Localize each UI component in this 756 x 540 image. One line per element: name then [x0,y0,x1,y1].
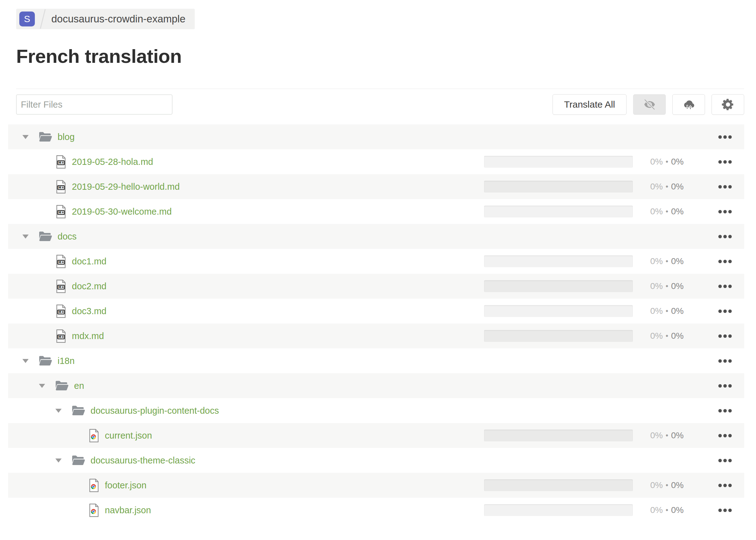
file-name-link[interactable]: current.json [105,431,152,441]
folder-name-link[interactable]: docs [58,231,76,242]
stats-separator: • [666,506,668,514]
file-name-link[interactable]: navbar.json [105,505,151,515]
tree-row-folder[interactable]: docusaurus-theme-classic [8,448,744,473]
ellipsis-icon [718,434,722,437]
folder-name-link[interactable]: docusaurus-plugin-content-docs [90,406,219,416]
caret-down-icon[interactable] [55,459,71,463]
hide-completed-button[interactable] [633,94,666,115]
settings-button[interactable] [711,94,744,115]
ellipsis-icon [723,459,727,462]
row-menu-button[interactable] [717,448,733,473]
ellipsis-icon [723,310,727,313]
tree-row-file[interactable]: M mdx.md 0% • 0% [8,324,744,348]
tree-row-file[interactable]: footer.json 0% • 0% [8,473,744,498]
tree-row-file[interactable]: M doc3.md 0% • 0% [8,299,744,324]
tree-row-file[interactable]: M 2019-05-30-welcome.md 0% • 0% [8,199,744,224]
caret-down-icon[interactable] [55,409,71,413]
tree-row-file[interactable]: navbar.json 0% • 0% [8,498,744,523]
caret-down-icon[interactable] [22,135,38,139]
breadcrumb-project-name[interactable]: docusaurus-crowdin-example [51,13,185,25]
breadcrumb[interactable]: S docusaurus-crowdin-example [16,9,195,29]
row-menu-button[interactable] [717,373,733,398]
ellipsis-icon [728,310,732,313]
row-menu-button[interactable] [717,324,733,348]
folder-icon [71,455,85,466]
file-name-link[interactable]: 2019-05-28-hola.md [72,157,153,167]
row-menu-button[interactable] [717,249,733,274]
file-name-link[interactable]: 2019-05-30-welcome.md [72,206,172,217]
filter-files-input[interactable] [16,94,172,114]
ellipsis-icon [728,135,732,139]
row-menu-button[interactable] [717,149,733,174]
breadcrumb-separator-slash [40,9,46,29]
file-name-link[interactable]: 2019-05-29-hello-world.md [72,182,180,192]
file-name-link[interactable]: footer.json [105,480,147,490]
row-menu-button[interactable] [717,299,733,324]
project-avatar-badge[interactable]: S [19,12,35,27]
progress-stats: 0% • 0% [650,473,683,498]
tree-row-folder[interactable]: docs [8,224,744,249]
ellipsis-icon [723,434,727,437]
download-upload-button[interactable] [672,94,705,115]
project-page: S docusaurus-crowdin-example French tran… [0,0,756,523]
caret-down-icon[interactable] [22,234,38,239]
translated-percent: 0% [650,431,663,441]
caret-down-icon[interactable] [22,359,38,363]
tree-row-folder[interactable]: docusaurus-plugin-content-docs [8,398,744,423]
file-name-link[interactable]: doc3.md [72,306,106,316]
caret-down-icon[interactable] [39,384,55,388]
row-menu-button[interactable] [717,174,733,199]
ellipsis-icon [728,235,732,238]
row-menu-button[interactable] [717,498,733,523]
ellipsis-icon [723,285,727,288]
progress-bar [484,181,633,193]
tree-row-folder[interactable]: i18n [8,348,744,373]
folder-name-link[interactable]: blog [58,132,75,142]
ellipsis-icon [728,160,732,164]
gear-icon [721,98,734,111]
folder-name-link[interactable]: en [74,381,84,391]
ellipsis-icon [723,484,727,487]
ellipsis-icon [718,160,722,164]
tree-row-file[interactable]: M 2019-05-29-hello-world.md 0% • 0% [8,174,744,199]
row-menu-button[interactable] [717,224,733,249]
file-tree: blog M 2019-05-28-hola.md 0% • 0% M 2019… [8,124,744,523]
progress-stats: 0% • 0% [650,149,683,174]
row-menu-button[interactable] [717,398,733,423]
file-name-link[interactable]: doc2.md [72,281,106,292]
tree-row-file[interactable]: current.json 0% • 0% [8,423,744,448]
tree-row-left: M doc2.md [8,274,744,299]
translated-percent: 0% [650,182,663,192]
folder-name-link[interactable]: i18n [58,356,75,366]
translate-all-button[interactable]: Translate All [552,94,627,115]
row-menu-button[interactable] [717,423,733,448]
ellipsis-icon [723,160,727,164]
folder-name-link[interactable]: docusaurus-theme-classic [90,456,195,466]
ellipsis-icon [718,384,722,388]
progress-stats: 0% • 0% [650,199,683,224]
tree-row-folder[interactable]: blog [8,124,744,149]
progress-stats: 0% • 0% [650,423,683,448]
row-menu-button[interactable] [717,274,733,299]
row-menu-button[interactable] [717,473,733,498]
tree-row-file[interactable]: M 2019-05-28-hola.md 0% • 0% [8,149,744,174]
progress-bar [484,430,633,441]
ellipsis-icon [723,509,727,512]
markdown-file-icon: M [55,155,67,169]
progress-stats: 0% • 0% [650,498,683,523]
approved-percent: 0% [671,505,683,515]
row-menu-button[interactable] [717,124,733,149]
row-menu-button[interactable] [717,348,733,373]
approved-percent: 0% [671,206,683,216]
tree-row-file[interactable]: M doc1.md 0% • 0% [8,249,744,274]
row-menu-button[interactable] [717,199,733,224]
tree-row-file[interactable]: M doc2.md 0% • 0% [8,274,744,299]
tree-row-left: M doc1.md [8,249,744,274]
approved-percent: 0% [671,182,683,192]
tree-row-folder[interactable]: en [8,373,744,398]
file-name-link[interactable]: doc1.md [72,256,106,267]
ellipsis-icon [723,210,727,213]
file-name-link[interactable]: mdx.md [72,331,104,341]
ellipsis-icon [718,484,722,487]
translated-percent: 0% [650,281,663,291]
